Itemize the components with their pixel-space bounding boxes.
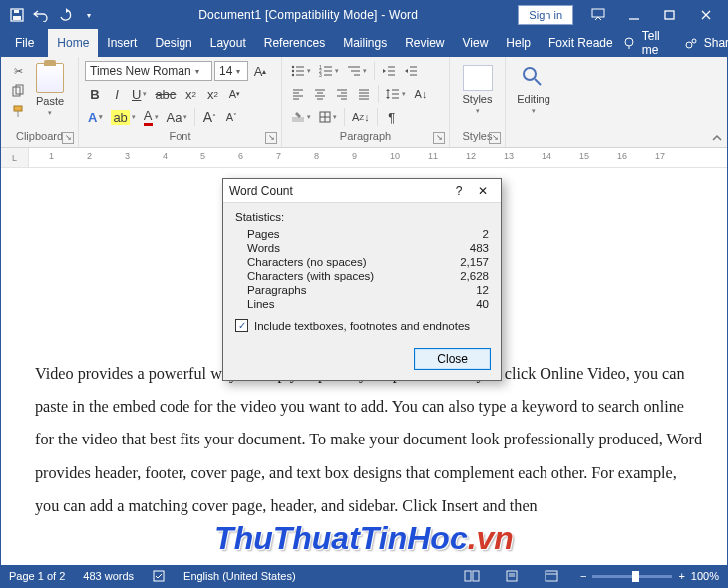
paragraph-dialog-launcher-icon[interactable]: ↘ — [433, 132, 445, 144]
tab-home[interactable]: Home — [48, 29, 98, 57]
zoom-in-icon[interactable]: + — [678, 570, 684, 582]
close-icon[interactable] — [689, 1, 723, 29]
shrink-font-icon[interactable]: A▾ — [224, 84, 244, 104]
increase-indent-icon[interactable] — [401, 61, 421, 81]
minimize-icon[interactable] — [617, 1, 651, 29]
styles-button[interactable]: Styles ▾ — [457, 61, 499, 130]
clipboard-dialog-launcher-icon[interactable]: ↘ — [62, 132, 74, 144]
tab-review[interactable]: Review — [396, 29, 453, 57]
grow-font-icon[interactable]: A▴ — [250, 61, 270, 81]
svg-rect-62 — [465, 571, 471, 581]
align-left-icon[interactable] — [288, 84, 308, 104]
align-center-icon[interactable] — [310, 84, 330, 104]
svg-point-8 — [686, 42, 692, 48]
status-proof-icon[interactable] — [152, 569, 166, 583]
zoom-level[interactable]: 100% — [691, 570, 719, 582]
grow-font2-icon[interactable]: A˄ — [199, 107, 219, 127]
editing-button[interactable]: Editing ▾ — [511, 61, 556, 130]
paste-label: Paste — [36, 95, 64, 107]
numbering-icon[interactable]: 123▾ — [316, 61, 342, 81]
zoom-slider[interactable] — [592, 575, 672, 578]
strikethrough-button[interactable]: abc — [152, 84, 179, 104]
horizontal-ruler[interactable]: 1234567891011121314151617 — [29, 148, 727, 167]
tab-file[interactable]: File — [1, 29, 48, 57]
tab-help[interactable]: Help — [497, 29, 540, 57]
status-language[interactable]: English (United States) — [183, 570, 296, 582]
bold-button[interactable]: B — [85, 84, 105, 104]
tab-mailings[interactable]: Mailings — [334, 29, 396, 57]
tab-foxit[interactable]: Foxit Reade — [540, 29, 622, 57]
dialog-help-icon[interactable]: ? — [447, 181, 471, 201]
copy-icon[interactable] — [9, 83, 27, 99]
paste-button[interactable]: Paste ▾ — [29, 61, 71, 130]
ribbon-options-icon[interactable] — [581, 1, 615, 29]
sort2-icon[interactable]: AZ↓ — [349, 107, 373, 127]
svg-point-18 — [292, 74, 294, 76]
titlebar: ▾ Document1 [Compatibility Mode] - Word … — [1, 1, 727, 29]
tell-me[interactable]: Tell me — [642, 29, 668, 57]
tab-design[interactable]: Design — [146, 29, 200, 57]
text-effects-icon[interactable]: A▾ — [85, 107, 106, 127]
font-color-icon[interactable]: A▾ — [141, 107, 162, 127]
stat-chars-nospace: Characters (no spaces)2,157 — [235, 255, 489, 269]
cut-icon[interactable]: ✂ — [9, 63, 27, 79]
stat-paragraphs: Paragraphs12 — [235, 283, 489, 297]
underline-button[interactable]: U▾ — [129, 84, 150, 104]
tab-references[interactable]: References — [255, 29, 334, 57]
include-textboxes-checkbox[interactable]: ✓ Include textboxes, footnotes and endno… — [235, 319, 489, 332]
close-button[interactable]: Close — [414, 348, 491, 370]
zoom-out-icon[interactable]: − — [580, 570, 586, 582]
group-paragraph: ▾ 123▾ ▾ ▾ A↓ ▾ — [282, 57, 450, 147]
justify-icon[interactable] — [354, 84, 374, 104]
pilcrow-icon[interactable]: ¶ — [382, 107, 402, 127]
save-icon[interactable] — [7, 5, 27, 25]
sort-icon[interactable]: A↓ — [411, 84, 431, 104]
bullets-icon[interactable]: ▾ — [288, 61, 314, 81]
superscript-button[interactable]: x2 — [202, 84, 222, 104]
tab-insert[interactable]: Insert — [98, 29, 146, 57]
status-words[interactable]: 483 words — [83, 570, 134, 582]
format-painter-icon[interactable] — [9, 103, 27, 119]
styles-dialog-launcher-icon[interactable]: ↘ — [489, 132, 501, 144]
dialog-close-icon[interactable]: ✕ — [471, 181, 495, 201]
share-icon[interactable] — [684, 36, 698, 50]
borders-icon[interactable]: ▾ — [316, 107, 340, 127]
ruler-corner: L — [1, 148, 29, 167]
shading-icon[interactable]: ▾ — [288, 107, 314, 127]
clipboard-icon — [36, 63, 64, 93]
align-right-icon[interactable] — [332, 84, 352, 104]
line-spacing-icon[interactable]: ▾ — [383, 84, 409, 104]
multilevel-list-icon[interactable]: ▾ — [344, 61, 370, 81]
stat-lines: Lines40 — [235, 297, 489, 311]
sign-in-button[interactable]: Sign in — [518, 5, 573, 25]
highlight-icon[interactable]: ab▾ — [108, 107, 138, 127]
italic-button[interactable]: I — [107, 84, 127, 104]
tab-layout[interactable]: Layout — [201, 29, 255, 57]
font-dialog-launcher-icon[interactable]: ↘ — [265, 132, 277, 144]
change-case-icon[interactable]: Aa▾ — [164, 107, 191, 127]
undo-icon[interactable] — [31, 5, 51, 25]
print-layout-icon[interactable] — [501, 568, 523, 584]
subscript-button[interactable]: x2 — [181, 84, 200, 104]
maximize-icon[interactable] — [653, 1, 687, 29]
font-size-combo[interactable]: 14▾ — [214, 61, 248, 81]
web-layout-icon[interactable] — [541, 568, 562, 584]
document-area[interactable]: n Video provides a powerful way to help … — [1, 168, 727, 565]
qat-customize-icon[interactable]: ▾ — [79, 5, 99, 25]
collapse-ribbon-icon[interactable] — [707, 57, 727, 147]
group-font: Times New Roman▾ 14▾ A▴ B I U▾ abc x2 x2… — [79, 57, 282, 147]
svg-rect-1 — [13, 16, 21, 20]
font-name-combo[interactable]: Times New Roman▾ — [85, 61, 212, 81]
stat-pages: Pages2 — [235, 227, 489, 241]
shrink-font2-icon[interactable]: A˅ — [221, 107, 241, 127]
share-label[interactable]: Share — [704, 36, 728, 50]
read-mode-icon[interactable] — [461, 568, 483, 584]
decrease-indent-icon[interactable] — [379, 61, 399, 81]
tab-view[interactable]: View — [454, 29, 498, 57]
ruler: L 1234567891011121314151617 — [1, 148, 727, 168]
svg-point-9 — [692, 39, 696, 43]
redo-icon[interactable] — [55, 5, 75, 25]
svg-rect-2 — [14, 10, 19, 13]
lightbulb-icon[interactable] — [622, 36, 636, 50]
status-page[interactable]: Page 1 of 2 — [9, 570, 65, 582]
